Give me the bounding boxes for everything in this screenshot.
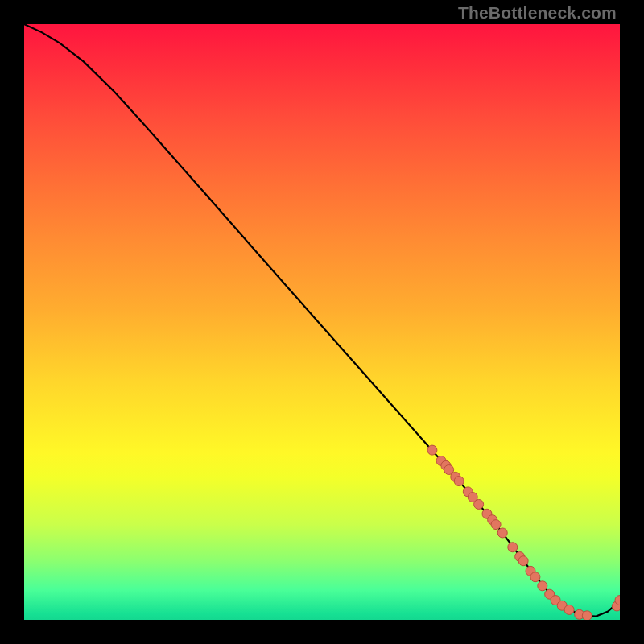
sample-dot — [497, 528, 507, 538]
bottleneck-curve — [24, 24, 620, 617]
sample-dot — [454, 477, 464, 486]
sample-dot — [530, 572, 540, 582]
sample-dot — [582, 611, 592, 620]
sample-dot — [491, 520, 501, 530]
sample-dot — [427, 445, 437, 455]
sample-dot — [518, 556, 528, 566]
watermark-text: TheBottleneck.com — [458, 3, 617, 23]
plot-area — [24, 24, 620, 620]
sample-dots-group — [427, 445, 620, 620]
sample-dot — [538, 581, 547, 591]
chart-overlay-svg — [24, 24, 620, 620]
chart-frame: TheBottleneck.com — [0, 0, 644, 644]
sample-dot — [474, 499, 484, 509]
sample-dot — [564, 605, 574, 614]
sample-dot — [508, 543, 518, 552]
